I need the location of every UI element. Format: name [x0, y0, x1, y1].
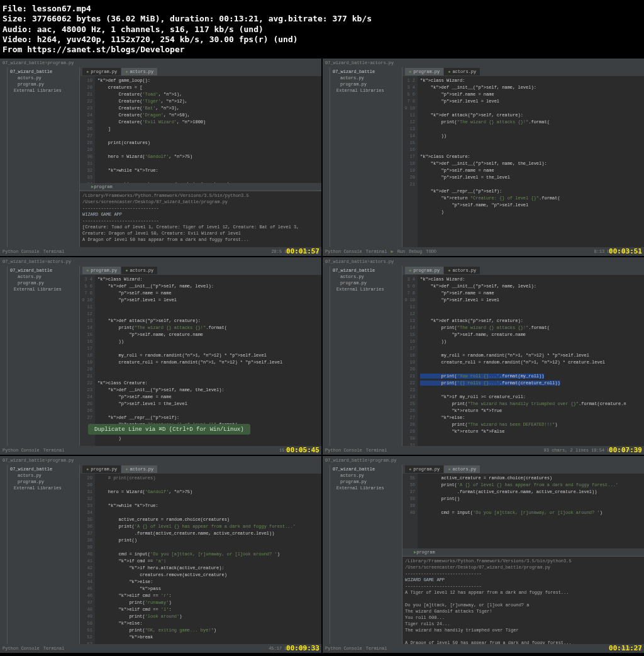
- code-content[interactable]: "k">class Wizard: "k">def __init__("p">s…: [95, 275, 321, 446]
- run-console[interactable]: /Library/Frameworks/Python.framework/Ver…: [402, 556, 644, 644]
- ide-panel-4: 07_wizard_battle › actors.py 07_wizard_b…: [323, 257, 644, 455]
- line-gutter: 1 2 3 4 5 6 7 8 9 10 11 12 13 14 15 16 1…: [402, 76, 418, 247]
- tree-file-actors[interactable]: actors.py: [331, 472, 401, 479]
- tab-actors[interactable]: ●actors.py: [121, 68, 157, 75]
- tree-file-actors[interactable]: actors.py: [331, 75, 401, 81]
- terminal-tab[interactable]: Terminal: [43, 646, 65, 651]
- ide-panel-2: 07_wizard_battle › actors.py 07_wizard_b…: [323, 58, 644, 256]
- timestamp: 00:07:39: [609, 446, 642, 454]
- code-content[interactable]: "k">class Wizard: "k">def __init__("p">s…: [418, 76, 644, 247]
- tab-program[interactable]: ●program.py: [405, 465, 443, 473]
- line-gutter: 29 30 31 32 33 34 35 36 37 38 39 40 41 4…: [80, 474, 95, 645]
- tab-program[interactable]: ●program.py: [405, 267, 443, 274]
- editor-tabs: ●program.py ●actors.py: [402, 67, 644, 76]
- code-editor[interactable]: 19 20 21 22 23 24 25 26 27 28 29 30 31 3…: [80, 76, 321, 183]
- tab-actors[interactable]: ●actors.py: [444, 68, 480, 75]
- run-console[interactable]: /Library/Frameworks/Python.framework/Ver…: [80, 191, 321, 247]
- tab-program[interactable]: ●program.py: [82, 465, 121, 473]
- terminal-tab[interactable]: Terminal: [366, 249, 387, 254]
- tab-actors[interactable]: ●actors.py: [121, 465, 157, 473]
- tree-file-actors[interactable]: actors.py: [9, 472, 78, 479]
- tree-file-program[interactable]: program.py: [331, 81, 401, 87]
- tree-libs[interactable]: External Libraries: [9, 286, 78, 292]
- terminal-tab[interactable]: Terminal: [43, 249, 65, 254]
- tree-root[interactable]: 07_wizard_battle: [331, 69, 401, 75]
- tool-strip-left[interactable]: [0, 266, 8, 446]
- tool-strip-left[interactable]: [323, 266, 330, 446]
- project-tree[interactable]: 07_wizard_battle actors.py program.py Ex…: [330, 67, 402, 247]
- tab-actors[interactable]: ●actors.py: [444, 465, 480, 473]
- tree-libs[interactable]: External Libraries: [9, 87, 78, 94]
- status-bar: Python Console Terminal 45:17 LF: Event …: [0, 644, 321, 653]
- tree-libs[interactable]: External Libraries: [331, 485, 401, 491]
- tree-file-program[interactable]: program.py: [331, 479, 401, 485]
- project-tree[interactable]: 07_wizard_battle actors.py program.py Ex…: [8, 266, 80, 446]
- tab-actors[interactable]: ●actors.py: [121, 267, 157, 274]
- header-size: Size: 37766062 bytes (36.02 MiB), durati…: [3, 14, 641, 24]
- code-content[interactable]: # print(creatures) hero = Wizard('Gandol…: [95, 474, 321, 645]
- tree-file-program[interactable]: program.py: [331, 280, 401, 286]
- tree-root[interactable]: 07_wizard_battle: [331, 466, 401, 472]
- tree-libs[interactable]: External Libraries: [331, 87, 401, 94]
- code-content[interactable]: "k">def game_loop(): creatures = [ Creat…: [95, 76, 321, 183]
- tree-libs[interactable]: External Libraries: [9, 485, 78, 491]
- code-editor[interactable]: 29 30 31 32 33 34 35 36 37 38 39 40 41 4…: [80, 474, 321, 645]
- tool-strip-left[interactable]: [0, 67, 8, 247]
- code-content[interactable]: active_creature = random.choice(creature…: [418, 474, 644, 549]
- tree-root[interactable]: 07_wizard_battle: [9, 466, 78, 472]
- project-tree[interactable]: 07_wizard_battle actors.py program.py Ex…: [8, 465, 80, 645]
- python-console-tab[interactable]: Python Console: [3, 249, 40, 254]
- ide-hint-tooltip: Duplicate Line via ⌘D (Ctrl+D for Win/Li…: [88, 424, 250, 435]
- tree-root[interactable]: 07_wizard_battle: [9, 69, 78, 75]
- python-icon: ●: [448, 69, 450, 74]
- python-console-tab[interactable]: Python Console: [3, 448, 40, 453]
- code-editor[interactable]: 3 4 5 6 7 8 9 10 11 12 13 14 15 16 17 18…: [402, 275, 644, 446]
- terminal-tab[interactable]: Terminal: [43, 448, 65, 453]
- python-console-tab[interactable]: Python Console: [325, 249, 362, 254]
- line-gutter: 3 4 5 6 7 8 9 10 11 12 13 14 15 16 17 18…: [80, 275, 95, 446]
- code-editor[interactable]: 1 2 3 4 5 6 7 8 9 10 11 12 13 14 15 16 1…: [402, 76, 644, 247]
- tree-file-program[interactable]: program.py: [9, 280, 78, 286]
- ide-panel-3: 07_wizard_battle › actors.py 07_wizard_b…: [0, 257, 321, 455]
- debug-button[interactable]: Debug: [409, 249, 422, 254]
- breadcrumb: 07_wizard_battle › program.py: [323, 456, 644, 465]
- tab-actors[interactable]: ●actors.py: [444, 267, 480, 274]
- tree-root[interactable]: 07_wizard_battle: [9, 267, 78, 274]
- file-info-header: File: lesson67.mp4 Size: 37766062 bytes …: [0, 0, 644, 58]
- ide-panel-6: 07_wizard_battle › program.py 07_wizard_…: [323, 456, 644, 653]
- status-bar: Python Console Terminal 28:5 LF: Event L…: [0, 247, 321, 256]
- code-editor[interactable]: 35 36 37 38 39 40 active_creature = rand…: [402, 474, 644, 549]
- tree-root[interactable]: 07_wizard_battle: [331, 267, 401, 274]
- tree-file-actors[interactable]: actors.py: [331, 274, 401, 280]
- python-icon: ●: [125, 268, 128, 273]
- tab-program[interactable]: ●program.py: [82, 267, 121, 274]
- code-content[interactable]: "k">class Wizard: "k">def __init__("p">s…: [418, 275, 644, 446]
- status-bar: Python Console Terminal 93 chars, 2 line…: [323, 446, 644, 455]
- python-icon: ●: [448, 467, 450, 472]
- tree-file-program[interactable]: program.py: [9, 81, 78, 87]
- tool-strip-left[interactable]: [323, 465, 330, 645]
- tree-file-actors[interactable]: actors.py: [9, 75, 78, 81]
- python-console-tab[interactable]: Python Console: [325, 448, 362, 453]
- python-console-tab[interactable]: Python Console: [325, 646, 362, 651]
- python-icon: ●: [409, 467, 411, 472]
- code-editor[interactable]: 3 4 5 6 7 8 9 10 11 12 13 14 15 16 17 18…: [80, 275, 321, 446]
- tool-strip-left[interactable]: [0, 465, 8, 645]
- terminal-tab[interactable]: Terminal: [366, 448, 387, 453]
- tree-libs[interactable]: External Libraries: [331, 286, 401, 292]
- breadcrumb: 07_wizard_battle › actors.py: [323, 257, 644, 266]
- project-tree[interactable]: 07_wizard_battle actors.py program.py Ex…: [330, 465, 402, 645]
- project-tree[interactable]: 07_wizard_battle actors.py program.py Ex…: [8, 67, 80, 247]
- terminal-tab[interactable]: Terminal: [366, 646, 387, 651]
- tree-file-actors[interactable]: actors.py: [9, 274, 78, 280]
- project-tree[interactable]: 07_wizard_battle actors.py program.py Ex…: [330, 266, 402, 446]
- tab-program[interactable]: ●program.py: [405, 68, 443, 75]
- tool-strip-left[interactable]: [323, 67, 330, 247]
- editor-tabs: ●program.py ●actors.py: [402, 465, 644, 474]
- tab-program[interactable]: ●program.py: [82, 68, 121, 75]
- todo-button[interactable]: TODO: [426, 249, 436, 254]
- timestamp: 00:03:51: [609, 247, 642, 255]
- tree-file-program[interactable]: program.py: [9, 479, 78, 485]
- run-button[interactable]: ▶: [391, 249, 393, 254]
- python-console-tab[interactable]: Python Console: [3, 646, 40, 651]
